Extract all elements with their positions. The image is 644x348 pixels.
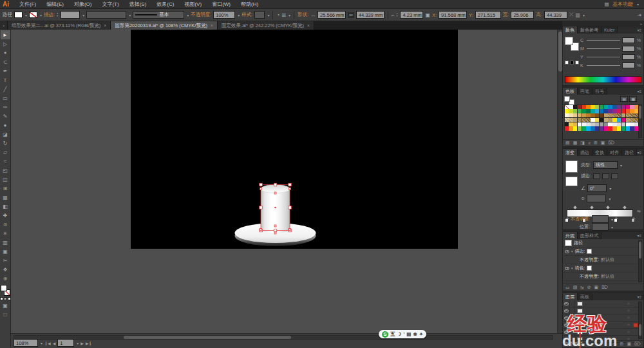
layer-target-icon[interactable]: ○ (627, 316, 633, 320)
swatch-cell[interactable] (621, 126, 625, 130)
style-dropdown[interactable] (254, 11, 265, 19)
visibility-cell[interactable] (563, 300, 570, 307)
channel-slider[interactable] (587, 40, 620, 41)
swatch-cell[interactable] (630, 118, 634, 122)
add-stroke-icon[interactable]: ▭ (565, 285, 570, 290)
swatch-cell[interactable] (617, 118, 621, 122)
swatches-scrollbar-thumb[interactable] (639, 106, 641, 119)
document-tab[interactable]: 圆形第20200319.ai* @ 108% (CMYK/预览)× (111, 21, 218, 30)
delete-swatch-icon[interactable]: ⌦ (608, 140, 614, 146)
panel-menu-icon[interactable]: ▾≡ (637, 26, 643, 34)
color-spectrum-bar[interactable] (565, 76, 641, 83)
fill-swatch[interactable] (564, 96, 570, 102)
panel-tab[interactable]: 变换 (592, 149, 607, 156)
gradient-type-dropdown[interactable]: 线性 (593, 161, 618, 169)
swatch-cell[interactable] (582, 122, 586, 126)
swatch-cell[interactable] (595, 126, 599, 130)
swatch-cell[interactable] (569, 118, 573, 122)
visibility-eye-icon[interactable] (564, 316, 569, 320)
transform-menu-icon[interactable]: ▥ (575, 12, 580, 18)
visibility-eye-icon[interactable] (565, 250, 569, 253)
layer-target-icon[interactable]: ○ (627, 302, 633, 305)
menu-item[interactable]: 文字(T) (97, 1, 124, 8)
panel-tab[interactable]: 色板 (563, 88, 578, 95)
swatch-cell[interactable] (630, 122, 634, 126)
swatch-cell[interactable] (630, 109, 634, 113)
layer-row[interactable]: ○ (563, 307, 638, 314)
layer-target-icon[interactable]: ○ (627, 330, 633, 334)
input-mode-label[interactable]: 五 (390, 331, 395, 338)
appearance-row[interactable]: ▾描边: (563, 247, 638, 256)
fill-stroke-control[interactable] (1, 285, 10, 296)
swatch-cell[interactable] (591, 126, 594, 130)
aspect-ratio-field[interactable] (587, 195, 606, 202)
column-graph-tool-icon[interactable]: ▥ (1, 238, 10, 247)
swatch-cell[interactable] (604, 105, 608, 109)
scale-tool-icon[interactable]: ▱ (1, 148, 10, 157)
swatch-cell[interactable] (608, 113, 612, 117)
next-artboard-icon[interactable]: ▶ (80, 341, 84, 345)
stroke-along-icon[interactable] (602, 173, 609, 179)
screen-mode-icon[interactable]: □ (1, 310, 10, 319)
prev-artboard-icon[interactable]: ◀ (53, 341, 56, 345)
swatch-cell[interactable] (617, 113, 621, 117)
swatch-cell[interactable] (626, 118, 630, 122)
width-tool-icon[interactable]: ≈ (1, 157, 10, 166)
channel-value-field[interactable] (622, 63, 635, 68)
delete-item-icon[interactable]: ⌦ (601, 285, 608, 290)
add-effect-icon[interactable]: fx (580, 285, 583, 290)
gradient-stop[interactable] (631, 218, 635, 222)
lock-cell[interactable] (570, 307, 575, 314)
swatch-cell[interactable] (565, 126, 569, 130)
swatch-cell[interactable] (617, 126, 621, 130)
appearance-row[interactable]: 路径 (563, 239, 638, 247)
appearance-attr-label[interactable]: 填色: (575, 265, 585, 271)
gradient-mode-icon[interactable] (4, 297, 7, 300)
brush-definition-dropdown[interactable]: 基本 (133, 11, 184, 19)
gradient-stop[interactable] (614, 218, 618, 222)
zoom-level-field[interactable]: 108% (14, 339, 38, 347)
artboard-tool-icon[interactable]: ▣ (1, 247, 10, 256)
swatch-cell[interactable] (604, 118, 608, 122)
tab-close-icon[interactable]: × (211, 23, 213, 28)
swatch-cell[interactable] (573, 126, 577, 130)
swatch-libraries-icon[interactable]: ▤ (565, 140, 570, 146)
layers-scrollbar[interactable] (638, 302, 642, 339)
gradient-stroke-thumbnail[interactable] (565, 177, 578, 186)
stepper-icon[interactable]: ▴▾ (57, 12, 58, 17)
black-color-icon[interactable] (570, 61, 574, 64)
swatch-cell[interactable] (578, 109, 582, 113)
rectangle-tool-icon[interactable]: ▭ (1, 93, 10, 102)
panel-menu-icon[interactable]: ▾≡ (637, 88, 643, 95)
shape-height-field[interactable]: 44.339 mm (356, 11, 384, 19)
stepper-icon[interactable]: ▴▾ (396, 12, 397, 17)
swatch-options-icon[interactable]: ≡ (588, 141, 591, 146)
visibility-eye-icon[interactable] (564, 331, 569, 334)
menu-item[interactable]: 编辑(E) (41, 1, 69, 8)
appearance-scrollbar[interactable] (638, 240, 642, 282)
width-profile-dropdown[interactable] (86, 11, 126, 19)
swatch-cell[interactable] (591, 122, 594, 126)
shape-width-field[interactable]: 25.566 mm (317, 11, 346, 19)
swatch-cell[interactable] (586, 113, 590, 117)
angle-field[interactable]: 0° (587, 184, 607, 192)
gradient-stop[interactable] (565, 218, 569, 222)
chevron-down-icon[interactable]: ▾ (41, 341, 43, 345)
chevron-down-icon[interactable]: ▾ (238, 13, 240, 17)
swatch-cell[interactable] (626, 126, 630, 130)
list-view-icon[interactable]: ▤ (620, 96, 628, 102)
chevron-down-icon[interactable]: ▾ (611, 217, 613, 222)
layer-target-icon[interactable]: ○ (627, 309, 633, 313)
swatch-cell[interactable] (578, 122, 582, 126)
tab-close-icon[interactable]: × (104, 23, 106, 28)
fill-swatch[interactable] (565, 37, 573, 45)
swatch-cell[interactable] (582, 118, 586, 122)
stroke-weight-field[interactable] (61, 11, 80, 19)
swatch-cell[interactable] (626, 109, 630, 113)
chevron-down-icon[interactable]: ▾ (583, 13, 585, 17)
new-layer-icon[interactable]: ▣ (627, 342, 631, 347)
panel-tab[interactable]: 符号 (592, 88, 607, 95)
stroke-within-icon[interactable] (593, 173, 600, 179)
appearance-attr-label[interactable]: 描边: (575, 248, 585, 255)
swatch-cell[interactable] (565, 118, 569, 122)
